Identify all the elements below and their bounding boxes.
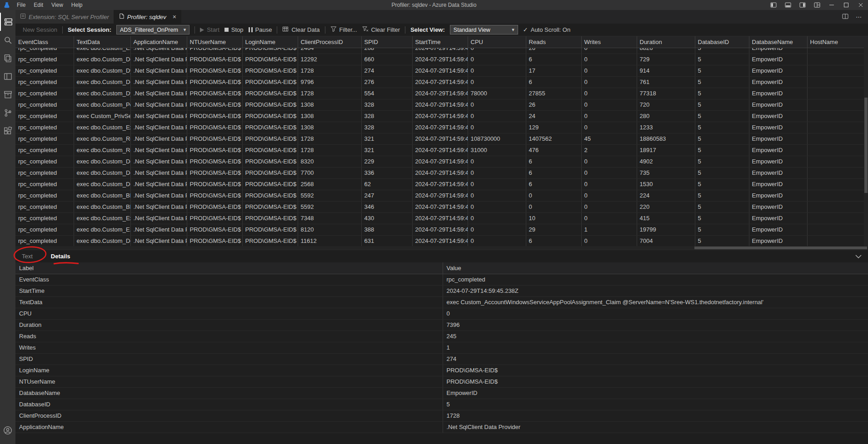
menu-file[interactable]: File bbox=[13, 0, 30, 10]
grid-column-header[interactable]: DatabaseID bbox=[695, 36, 749, 48]
details-row[interactable]: NTUserNamePROD\GMSA-EID$ bbox=[15, 376, 868, 387]
grid-column-header[interactable]: Reads bbox=[526, 36, 581, 48]
menu-view[interactable]: View bbox=[47, 0, 67, 10]
details-row[interactable]: Duration7396 bbox=[15, 319, 868, 331]
stop-button[interactable]: Stop bbox=[224, 26, 244, 33]
grid-column-header[interactable]: DatabaseName bbox=[749, 36, 807, 48]
grid-cell: PROD\GMSA-EID$ bbox=[187, 201, 242, 212]
scrollbar-thumb[interactable] bbox=[864, 98, 868, 193]
grid-cell: 7348 bbox=[298, 212, 361, 224]
grid-column-header[interactable]: ClientProcessID bbox=[298, 36, 361, 48]
grid-row-partial[interactable]: rpc_completedexec dbo.Custom_E....Net Sq… bbox=[15, 48, 868, 54]
grid-column-header[interactable]: TextData bbox=[74, 36, 130, 48]
grid-row[interactable]: rpc_completedexec dbo.Custom_De....Net S… bbox=[15, 54, 868, 65]
details-row[interactable]: Writes1 bbox=[15, 342, 868, 353]
grid-cell: 224 bbox=[637, 190, 695, 201]
grid-vertical-scrollbar[interactable] bbox=[864, 48, 868, 246]
grid-cell: PROD\GMSA-EID$ bbox=[242, 48, 298, 54]
grid-column-header[interactable]: LoginName bbox=[242, 36, 298, 48]
grid-row[interactable]: rpc_completedexec dbo.Custom_De....Net S… bbox=[15, 167, 868, 178]
grid-row[interactable]: rpc_completedexec dbo.Custom_Re....Net S… bbox=[15, 144, 868, 156]
extensions-icon[interactable] bbox=[0, 122, 15, 140]
tab-close-icon[interactable]: × bbox=[173, 14, 176, 20]
toggle-secondary-sidebar-icon[interactable] bbox=[795, 0, 810, 10]
grid-row[interactable]: rpc_completedexec dbo.Custom_BP....Net S… bbox=[15, 201, 868, 212]
source-control-icon[interactable] bbox=[0, 104, 15, 122]
details-row[interactable]: TextDataexec Custom_AccountWindowsServic… bbox=[15, 296, 868, 308]
grid-row[interactable]: rpc_completedexec dbo.Custom_De....Net S… bbox=[15, 156, 868, 167]
account-icon[interactable] bbox=[0, 421, 15, 439]
grid-row[interactable]: rpc_completedexec dbo.Custom_Ex....Net S… bbox=[15, 212, 868, 224]
details-row[interactable]: DatabaseID5 bbox=[15, 399, 868, 410]
grid-row[interactable]: rpc_completedexec dbo.Custom_De....Net S… bbox=[15, 235, 868, 246]
toggle-panel-icon[interactable] bbox=[781, 0, 795, 10]
view-select-value: Standard View bbox=[454, 27, 490, 33]
filter-button[interactable]: Filter... bbox=[330, 26, 357, 34]
grid-column-header[interactable]: NTUserName bbox=[187, 36, 242, 48]
search-icon[interactable] bbox=[0, 31, 15, 49]
details-row[interactable]: CPU0 bbox=[15, 308, 868, 319]
grid-horizontal-scrollbar[interactable] bbox=[15, 246, 868, 250]
grid-row[interactable]: rpc_completedexec dbo.Custom_Pe....Net S… bbox=[15, 99, 868, 110]
grid-column-header[interactable]: SPID bbox=[361, 36, 412, 48]
packages-icon[interactable] bbox=[0, 85, 15, 104]
grid-cell: rpc_completed bbox=[15, 178, 74, 190]
details-row[interactable]: EventClassrpc_completed bbox=[15, 274, 868, 285]
details-row[interactable]: DatabaseNameEmpowerID bbox=[15, 387, 868, 399]
grid-row[interactable]: rpc_completedexec dbo.Custom_Dy....Net S… bbox=[15, 88, 868, 99]
clear-filter-button[interactable]: Clear Filter bbox=[362, 26, 400, 34]
grid-column-header[interactable]: CPU bbox=[468, 36, 526, 48]
clear-data-button[interactable]: Clear Data bbox=[282, 26, 319, 34]
maximize-button[interactable] bbox=[839, 0, 853, 10]
more-actions-icon[interactable]: ⋯ bbox=[856, 14, 862, 20]
details-row[interactable]: ClientProcessID1728 bbox=[15, 410, 868, 421]
grid-row[interactable]: rpc_completedexec dbo.Custom_Ex....Net S… bbox=[15, 122, 868, 133]
grid-column-header[interactable]: EventClass bbox=[15, 36, 74, 48]
new-session-button[interactable]: New Session bbox=[23, 26, 57, 33]
grid-row[interactable]: rpc_completedexec dbo.Custom_Re....Net S… bbox=[15, 133, 868, 144]
details-row[interactable]: ApplicationName.Net SqlClient Data Provi… bbox=[15, 421, 868, 433]
details-row[interactable]: LoginNamePROD\GMSA-EID$ bbox=[15, 365, 868, 376]
minimize-button[interactable] bbox=[824, 0, 839, 10]
details-row[interactable]: SPID274 bbox=[15, 353, 868, 365]
grid-row[interactable]: rpc_completedexec dbo.Custom_BP....Net S… bbox=[15, 190, 868, 201]
grid-cell: 2024-07-29T14:59:4... bbox=[412, 201, 468, 212]
details-row[interactable]: Reads245 bbox=[15, 331, 868, 342]
split-editor-icon[interactable] bbox=[842, 13, 848, 21]
explorer-icon[interactable] bbox=[0, 67, 15, 85]
customize-layout-icon[interactable] bbox=[810, 0, 824, 10]
grid-column-header[interactable]: StartTime bbox=[412, 36, 468, 48]
menu-edit[interactable]: Edit bbox=[30, 0, 47, 10]
close-button[interactable] bbox=[853, 0, 868, 10]
grid-row[interactable]: rpc_completedexec dbo.Custom_De....Net S… bbox=[15, 76, 868, 88]
details-row[interactable]: StartTime2024-07-29T14:59:45.238Z bbox=[15, 285, 868, 296]
grid-cell: 2024-07-29T14:59:4... bbox=[412, 178, 468, 190]
start-button[interactable]: Start bbox=[200, 26, 219, 33]
tab-profiler-sqldev[interactable]: Profiler: sqldev × bbox=[114, 10, 181, 24]
grid-cell: EmpowerID bbox=[749, 54, 807, 65]
toggle-sidebar-icon[interactable] bbox=[766, 0, 781, 10]
panel-tab-details[interactable]: Details bbox=[51, 253, 70, 260]
grid-row[interactable]: rpc_completedexec dbo.Custom_De....Net S… bbox=[15, 178, 868, 190]
tab-extension-sql-server-profiler[interactable]: Extension: SQL Server Profiler bbox=[15, 10, 114, 24]
grid-column-header[interactable]: HostName bbox=[807, 36, 868, 48]
menu-help[interactable]: Help bbox=[67, 0, 87, 10]
grid-row[interactable]: rpc_completedexec Custom_PrivSes....Net … bbox=[15, 110, 868, 122]
auto-scroll-toggle[interactable]: ✓ Auto Scroll: On bbox=[523, 26, 570, 33]
grid-cell: 0 bbox=[468, 201, 526, 212]
grid-column-header[interactable]: ApplicationName bbox=[130, 36, 187, 48]
collapse-panel-icon[interactable] bbox=[855, 253, 862, 260]
pause-button[interactable]: Pause bbox=[249, 26, 272, 33]
notebooks-icon[interactable] bbox=[0, 49, 15, 67]
grid-row[interactable]: rpc_completedexec dbo.Custom_E....Net Sq… bbox=[15, 224, 868, 235]
grid-row[interactable]: rpc_completedexec dbo.Custom_Dy....Net S… bbox=[15, 65, 868, 76]
grid-cell: 0 bbox=[581, 190, 637, 201]
session-select[interactable]: ADS_Filtered_OnPrem ▾ bbox=[116, 25, 190, 35]
grid-cell: 0 bbox=[468, 235, 526, 246]
grid-column-header[interactable]: Writes bbox=[581, 36, 637, 48]
view-select[interactable]: Standard View ▾ bbox=[450, 25, 518, 35]
grid-column-header[interactable]: Duration bbox=[637, 36, 695, 48]
scrollbar-thumb[interactable] bbox=[694, 247, 867, 249]
connections-icon[interactable] bbox=[0, 13, 15, 31]
panel-tab-text[interactable]: Text bbox=[22, 253, 33, 260]
